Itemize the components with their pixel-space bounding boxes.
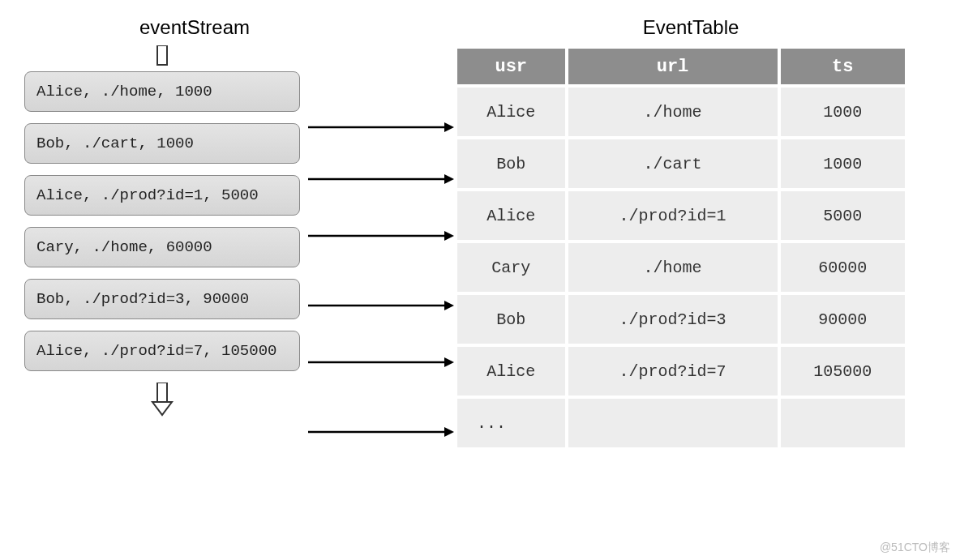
stream-event: Bob, ./prod?id=3, 90000 — [24, 279, 300, 319]
table-row: Cary ./home 60000 — [457, 243, 905, 292]
stream-event: Alice, ./home, 1000 — [24, 71, 300, 112]
cell-url: ./prod?id=1 — [568, 191, 778, 240]
table-row: Alice ./prod?id=7 105000 — [457, 347, 905, 395]
stream-event: Alice, ./prod?id=1, 5000 — [24, 175, 300, 216]
svg-marker-12 — [444, 357, 454, 367]
flow-arrow — [308, 159, 454, 199]
arrow-column — [308, 45, 454, 464]
svg-marker-10 — [444, 301, 454, 310]
event-table: usr url ts Alice ./home 1000 Bob ./cart … — [454, 45, 908, 451]
stream-event-text: Alice, ./prod?id=1, 5000 — [36, 186, 259, 204]
table-row: Alice ./home 1000 — [457, 88, 905, 136]
cell-ts: 1000 — [781, 139, 905, 188]
flow-arrow — [308, 285, 454, 326]
stream-event: Alice, ./prod?id=7, 105000 — [24, 331, 300, 371]
flow-arrow — [308, 216, 454, 256]
stream-event-text: Bob, ./prod?id=3, 90000 — [36, 290, 249, 308]
svg-rect-0 — [157, 45, 167, 65]
arrow-right-icon — [308, 228, 454, 244]
svg-marker-2 — [152, 402, 172, 415]
flow-arrow — [308, 412, 454, 452]
svg-marker-4 — [444, 122, 454, 132]
arrow-right-icon — [308, 424, 454, 440]
cell-url: ./home — [568, 243, 778, 292]
cell-usr: Cary — [457, 243, 565, 292]
arrow-right-icon — [308, 119, 454, 135]
cell-url — [568, 399, 778, 447]
stream-event-text: Cary, ./home, 60000 — [36, 238, 212, 256]
cell-usr: ... — [457, 399, 565, 447]
table-title: EventTable — [438, 16, 944, 39]
stream-event-text: Alice, ./home, 1000 — [36, 83, 212, 100]
table-column: usr url ts Alice ./home 1000 Bob ./cart … — [454, 45, 944, 451]
arrow-right-icon — [308, 354, 454, 370]
cell-url: ./cart — [568, 139, 778, 188]
arrow-right-icon — [308, 171, 454, 187]
cell-url: ./prod?id=3 — [568, 295, 778, 344]
col-header-ts: ts — [781, 49, 905, 84]
stream-event-text: Alice, ./prod?id=7, 105000 — [36, 342, 276, 360]
arrow-right-icon — [308, 297, 454, 314]
flow-arrow — [308, 107, 454, 147]
table-row: Bob ./prod?id=3 90000 — [457, 295, 905, 344]
stream-event-text: Bob, ./cart, 1000 — [36, 135, 194, 152]
diagram-body: Alice, ./home, 1000 Bob, ./cart, 1000 Al… — [16, 45, 944, 464]
cell-usr: Alice — [457, 347, 565, 395]
titles-row: eventStream EventTable — [16, 16, 944, 39]
stream-title: eventStream — [16, 16, 373, 39]
svg-marker-14 — [444, 427, 454, 437]
stream-column: Alice, ./home, 1000 Bob, ./cart, 1000 Al… — [16, 45, 308, 417]
cell-ts — [781, 399, 905, 447]
table-row: Alice ./prod?id=1 5000 — [457, 191, 905, 240]
stream-event: Cary, ./home, 60000 — [24, 227, 300, 267]
cell-ts: 60000 — [781, 243, 905, 292]
flow-arrow — [308, 342, 454, 383]
table-header-row: usr url ts — [457, 49, 905, 84]
cell-ts: 105000 — [781, 347, 905, 395]
cell-url: ./home — [568, 88, 778, 136]
pipe-entry-icon — [153, 45, 171, 66]
cell-usr: Alice — [457, 88, 565, 136]
cell-usr: Bob — [457, 139, 565, 188]
stream-event: Bob, ./cart, 1000 — [24, 123, 300, 164]
watermark: @51CTO博客 — [880, 541, 950, 555]
cell-ts: 1000 — [781, 88, 905, 136]
cell-url: ./prod?id=7 — [568, 347, 778, 395]
table-row: Bob ./cart 1000 — [457, 139, 905, 188]
cell-ts: 5000 — [781, 191, 905, 240]
col-header-usr: usr — [457, 49, 565, 84]
svg-marker-8 — [444, 231, 454, 241]
svg-rect-1 — [157, 383, 167, 402]
cell-usr: Alice — [457, 191, 565, 240]
pipe-exit-arrow-icon — [150, 383, 174, 417]
table-row: ... — [457, 399, 905, 447]
svg-marker-6 — [444, 174, 454, 184]
col-header-url: url — [568, 49, 778, 84]
cell-usr: Bob — [457, 295, 565, 344]
cell-ts: 90000 — [781, 295, 905, 344]
